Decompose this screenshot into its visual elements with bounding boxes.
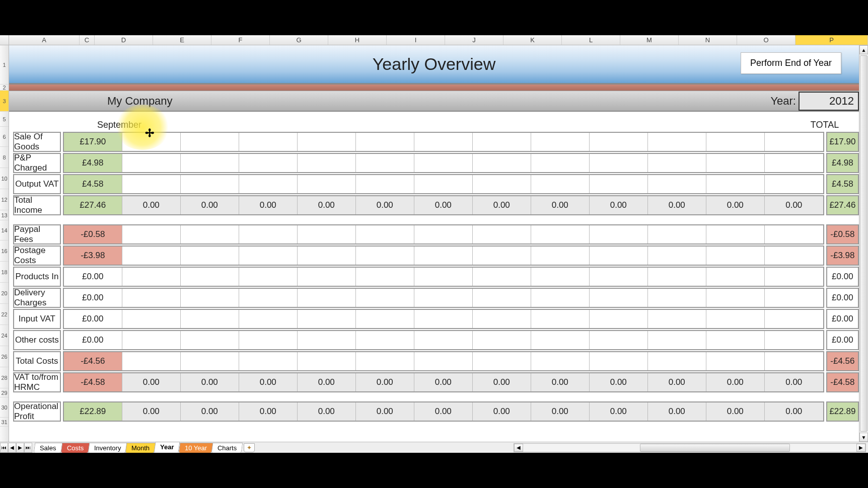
data-cell[interactable]	[356, 289, 414, 307]
data-cell[interactable]	[356, 225, 414, 243]
data-cell[interactable]	[414, 310, 473, 328]
data-cell[interactable]	[473, 289, 531, 307]
data-cell[interactable]: £0.00	[64, 331, 122, 349]
column-header-d[interactable]: D	[95, 35, 153, 45]
data-cell[interactable]	[181, 331, 239, 349]
data-cell[interactable]: £4.98	[64, 154, 122, 172]
data-cell[interactable]	[122, 310, 181, 328]
total-cell[interactable]: -£3.98	[826, 246, 859, 266]
data-cell[interactable]: 0.00	[531, 402, 590, 421]
data-cell[interactable]	[239, 133, 298, 151]
data-cell[interactable]	[122, 175, 181, 193]
row-header-14[interactable]: 14	[0, 220, 9, 240]
row-header-10[interactable]: 10	[0, 168, 9, 189]
year-value-cell[interactable]: 2012	[799, 92, 859, 111]
data-cell[interactable]: 0.00	[648, 196, 706, 214]
row-header-6[interactable]: 6	[0, 127, 9, 147]
sheet-tab-costs[interactable]: Costs	[60, 443, 90, 453]
data-cell[interactable]	[356, 268, 414, 286]
new-sheet-button[interactable]: ✦	[244, 443, 255, 452]
data-cell[interactable]: 0.00	[181, 196, 239, 214]
total-cell[interactable]: -£4.56	[826, 351, 859, 371]
data-cell[interactable]	[765, 289, 823, 307]
row-header-18[interactable]: 18	[0, 262, 9, 283]
data-cell[interactable]: £27.46	[64, 196, 122, 214]
data-cell[interactable]	[181, 310, 239, 328]
scroll-down-icon[interactable]: ▼	[859, 433, 868, 442]
horizontal-scrollbar[interactable]: ◀ ▶	[514, 443, 866, 452]
data-cell[interactable]	[298, 331, 356, 349]
data-cell[interactable]: 0.00	[122, 373, 181, 391]
row-header-29[interactable]: 29	[0, 388, 9, 397]
data-cell[interactable]	[181, 352, 239, 370]
data-cell[interactable]	[706, 352, 765, 370]
data-cell[interactable]	[122, 289, 181, 307]
data-cell[interactable]: £0.00	[64, 268, 122, 286]
data-cell[interactable]	[765, 154, 823, 172]
data-cell[interactable]: 0.00	[414, 196, 473, 214]
data-cell[interactable]: £22.89	[64, 402, 122, 421]
data-cell[interactable]: -£4.56	[64, 352, 122, 370]
data-cell[interactable]: 0.00	[181, 373, 239, 391]
data-cell[interactable]	[298, 175, 356, 193]
data-cell[interactable]	[181, 289, 239, 307]
data-cell[interactable]	[414, 154, 473, 172]
data-cell[interactable]	[648, 289, 706, 307]
data-cell[interactable]: 0.00	[531, 196, 590, 214]
total-cell[interactable]: £4.58	[826, 174, 859, 194]
data-cell[interactable]: -£0.58	[64, 225, 122, 243]
data-cell[interactable]: 0.00	[531, 373, 590, 391]
data-cell[interactable]	[414, 133, 473, 151]
data-cell[interactable]: 0.00	[765, 402, 823, 421]
data-cell[interactable]	[531, 133, 590, 151]
sheet-tab-month[interactable]: Month	[125, 443, 156, 453]
data-cell[interactable]	[648, 331, 706, 349]
column-header-c[interactable]: C	[80, 35, 95, 45]
data-cell[interactable]: 0.00	[590, 402, 648, 421]
data-cell[interactable]	[531, 310, 590, 328]
row-header-28[interactable]: 28	[0, 367, 9, 388]
data-cell[interactable]: £0.00	[64, 289, 122, 307]
data-cell[interactable]	[590, 352, 648, 370]
data-cell[interactable]: £4.58	[64, 175, 122, 193]
column-header-o[interactable]: O	[737, 35, 795, 45]
data-cell[interactable]	[122, 331, 181, 349]
data-cell[interactable]	[765, 133, 823, 151]
data-cell[interactable]	[473, 175, 531, 193]
data-cell[interactable]	[239, 352, 298, 370]
row-header-30[interactable]: 30	[0, 397, 9, 418]
data-cell[interactable]	[122, 268, 181, 286]
data-cell[interactable]	[473, 154, 531, 172]
data-cell[interactable]: 0.00	[473, 196, 531, 214]
data-cell[interactable]	[531, 154, 590, 172]
data-cell[interactable]	[414, 268, 473, 286]
data-cell[interactable]	[531, 225, 590, 243]
data-cell[interactable]: 0.00	[414, 373, 473, 391]
column-header-k[interactable]: K	[503, 35, 562, 45]
data-cell[interactable]: 0.00	[648, 373, 706, 391]
data-cell[interactable]	[181, 175, 239, 193]
row-header-24[interactable]: 24	[0, 325, 9, 346]
data-cell[interactable]	[298, 310, 356, 328]
data-cell[interactable]: 0.00	[765, 196, 823, 214]
total-cell[interactable]: £0.00	[826, 267, 859, 287]
perform-end-of-year-button[interactable]: Perform End of Year	[741, 52, 841, 74]
data-cell[interactable]	[765, 268, 823, 286]
data-cell[interactable]	[122, 225, 181, 243]
data-cell[interactable]: 0.00	[298, 402, 356, 421]
scroll-up-icon[interactable]: ▲	[859, 45, 868, 54]
data-cell[interactable]: 0.00	[122, 402, 181, 421]
data-cell[interactable]	[414, 175, 473, 193]
data-cell[interactable]	[706, 310, 765, 328]
data-cell[interactable]	[648, 133, 706, 151]
horizontal-scroll-thumb[interactable]	[640, 444, 790, 452]
data-cell[interactable]	[298, 268, 356, 286]
data-cell[interactable]: 0.00	[414, 402, 473, 421]
data-cell[interactable]	[122, 352, 181, 370]
data-cell[interactable]	[239, 331, 298, 349]
row-header-1[interactable]: 1	[0, 45, 9, 85]
data-cell[interactable]	[356, 133, 414, 151]
data-cell[interactable]	[473, 331, 531, 349]
data-cell[interactable]	[181, 133, 239, 151]
data-cell[interactable]	[239, 247, 298, 265]
